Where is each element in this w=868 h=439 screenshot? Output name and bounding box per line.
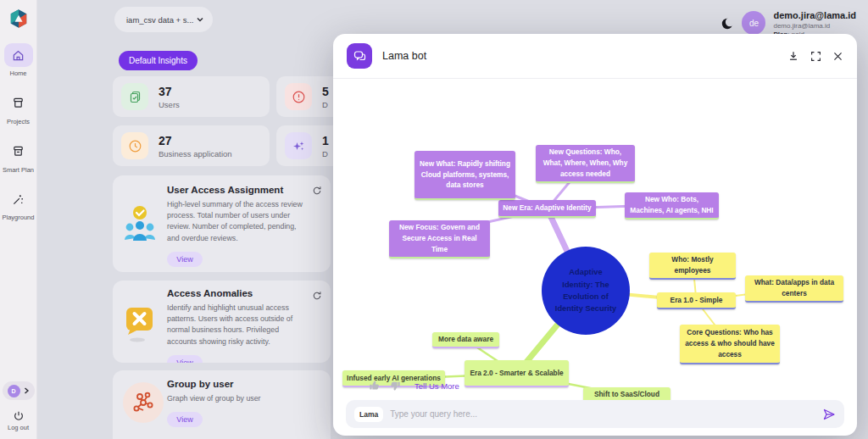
sidebar-item-label: Playground <box>1 214 36 222</box>
panel-title: User Access Assignment <box>167 185 309 195</box>
panel-user-access-assignment: User Access Assignment High-level summar… <box>113 175 331 272</box>
anomaly-illustration-icon <box>123 304 157 343</box>
query-bar: Lama <box>346 400 844 428</box>
stat-label: Users <box>159 100 180 109</box>
lama-badge: Lama <box>354 407 383 422</box>
sparkles-stat-icon <box>292 139 306 153</box>
panel-description: High-level summary of the access review … <box>167 199 309 244</box>
mindmap-node-more-data: More data aware <box>432 332 499 348</box>
user-email: demo.jira@lama.id <box>773 22 856 30</box>
mindmap-canvas: Adaptive Identity: The Evolution of Iden… <box>333 79 857 375</box>
moon-icon[interactable] <box>721 17 734 34</box>
sidebar-item-playground[interactable]: Playground <box>1 187 36 222</box>
panel-title: Access Anomalies <box>167 288 309 298</box>
avatar: D <box>8 385 20 397</box>
logout-label: Log out <box>1 424 36 432</box>
app-logo-icon <box>8 8 30 30</box>
lama-bot-dialog: Lama bot Adaptive Id <box>333 34 857 436</box>
graph-illustration-icon <box>131 390 156 415</box>
stat-value: 1 <box>322 134 329 147</box>
avatar[interactable]: de <box>742 11 765 35</box>
playground-icon <box>12 193 25 206</box>
panel-description: Graph view of group by user <box>167 393 309 404</box>
stat-value: 27 <box>159 134 232 147</box>
mindmap-node-new-what: New What: Rapidly shifting Cloud platfor… <box>415 151 515 200</box>
user-display-name: demo.jira@lama.id <box>773 10 856 20</box>
stat-label: D <box>322 100 329 109</box>
dialog-footer: Tell Us More Lama <box>333 380 857 436</box>
mindmap-node-core-questions: Core Questions: Who has access & who sho… <box>680 325 780 364</box>
sidebar-item-label: Smart Plan <box>1 166 36 175</box>
mindmap-node-new-who: New Who: Bots, Machines, AI agents, NHI <box>625 192 719 220</box>
sidebar-item-projects[interactable]: Projects <box>1 92 36 126</box>
home-icon <box>12 49 25 62</box>
panel-group-by-user: Group by user Graph view of group by use… <box>113 370 331 439</box>
view-button[interactable]: View <box>167 412 203 427</box>
stat-label: Business application <box>159 149 232 158</box>
panel-title: Group by user <box>167 379 309 389</box>
tell-us-more-link[interactable]: Tell Us More <box>415 381 459 391</box>
thumbs-up-icon <box>369 380 381 392</box>
mindmap-node-new-era: New Era: Adaptive Identity <box>498 200 596 218</box>
stat-value: 37 <box>159 85 180 98</box>
mindmap-node-new-focus: New Focus: Govern and Secure Access in R… <box>389 220 490 258</box>
thumbs-down-icon <box>389 380 401 392</box>
sidebar-collapse-toggle[interactable]: D <box>3 381 35 400</box>
panel-access-anomalies: Access Anomalies Identify and highlight … <box>113 281 331 363</box>
mindmap-node-what-data: What: Data/apps in data centers <box>745 275 843 303</box>
sidebar-item-home[interactable]: Home <box>1 43 36 78</box>
mindmap-node-new-questions: New Questions: Who, What, Where, When, W… <box>536 145 635 183</box>
chevron-down-icon <box>196 15 204 24</box>
dataset-selector-value: iam_csv data + s... <box>126 15 196 25</box>
smart-plan-icon <box>12 145 25 158</box>
sidebar-item-label: Projects <box>1 118 36 126</box>
sidebar-item-label: Home <box>1 69 36 78</box>
view-button[interactable]: View <box>167 252 203 267</box>
power-icon <box>13 410 25 422</box>
thumbs-down-button[interactable] <box>389 380 401 392</box>
default-insights-button[interactable]: Default Insights <box>119 51 198 70</box>
users-stat-icon <box>128 90 142 104</box>
people-illustration-icon <box>123 203 157 243</box>
send-button[interactable] <box>822 408 836 421</box>
mindmap-node-who-mostly: Who: Mostly employees <box>649 253 736 280</box>
thumbs-up-button[interactable] <box>369 380 381 392</box>
mindmap-node-center: Adaptive Identity: The Evolution of Iden… <box>542 247 630 335</box>
alert-stat-icon <box>292 90 306 104</box>
logout-button[interactable]: Log out <box>1 410 36 432</box>
stat-card-users[interactable]: 37 Users <box>113 76 270 117</box>
projects-icon <box>12 97 25 109</box>
mindmap-node-era1: Era 1.0 - Simple <box>657 292 736 309</box>
stat-label: D <box>322 149 329 158</box>
chevron-right-icon <box>23 387 30 394</box>
clock-stat-icon <box>128 139 142 153</box>
send-icon <box>822 408 836 421</box>
stat-value: 5 <box>322 85 329 98</box>
sidebar-item-smart-plan[interactable]: Smart Plan <box>1 140 36 175</box>
sidebar: Home Projects Smart Plan <box>0 0 37 439</box>
panel-description: Identify and highlight unusual access pa… <box>167 303 309 347</box>
query-input[interactable] <box>390 409 822 419</box>
dataset-selector[interactable]: iam_csv data + s... <box>114 7 213 32</box>
stat-card-business-apps[interactable]: 27 Business application <box>113 125 270 166</box>
view-button[interactable]: View <box>167 355 203 363</box>
